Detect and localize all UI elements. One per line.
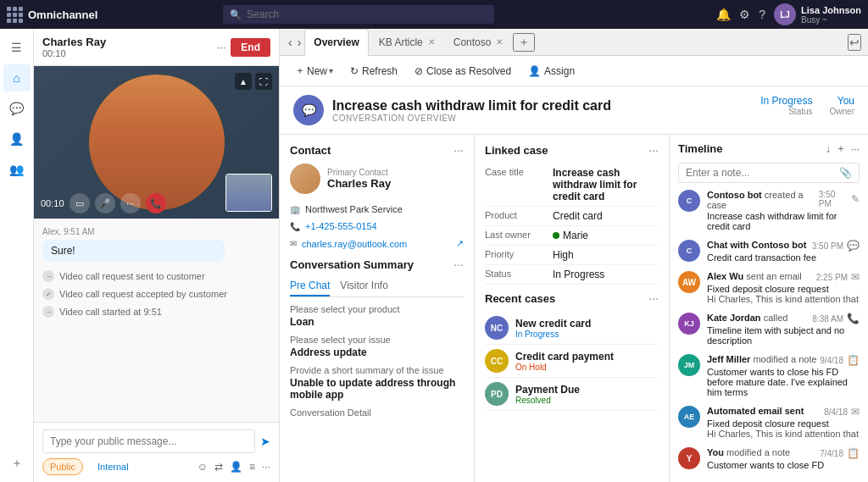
close-resolved-button[interactable]: ⊘ Close as Resolved bbox=[409, 63, 516, 80]
page-title-area: Increase cash withdraw limit for credit … bbox=[332, 98, 611, 123]
assign-button[interactable]: 👤 Assign bbox=[523, 63, 580, 80]
case-item-2[interactable]: PD Payment Due Resolved bbox=[485, 378, 659, 411]
tab-nav-back[interactable]: ‹ bbox=[287, 34, 294, 51]
contact-panel: Contact ··· Primary Contact Charles Ray … bbox=[280, 135, 475, 482]
video-nav-expand[interactable]: ⛶ bbox=[255, 73, 272, 90]
sidebar-item-person[interactable]: 👤 bbox=[3, 125, 31, 152]
case-avatar-2: PD bbox=[485, 382, 509, 406]
attach-icon[interactable]: 📎 bbox=[839, 167, 852, 179]
settings-icon[interactable]: ⚙ bbox=[739, 8, 750, 21]
chat-tab-public[interactable]: Public bbox=[42, 458, 83, 475]
video-nav-up[interactable]: ▲ bbox=[235, 73, 252, 90]
chat-input-row: ➤ bbox=[42, 429, 270, 453]
chat-tab-internal[interactable]: Internal bbox=[90, 458, 136, 475]
video-screen-btn[interactable]: ▭ bbox=[70, 193, 90, 213]
timeline-time-6: 7/4/18 bbox=[820, 449, 843, 458]
chat-agent-icon[interactable]: 👤 bbox=[230, 461, 242, 473]
tab-kb-article[interactable]: KB Article ✕ bbox=[370, 29, 443, 56]
tabs-bar: ‹ › Overview KB Article ✕ Contoso ✕ ＋ ↩ bbox=[280, 29, 868, 56]
person-video bbox=[89, 75, 225, 210]
help-icon[interactable]: ? bbox=[759, 8, 765, 21]
bell-icon[interactable]: 🔔 bbox=[716, 8, 731, 21]
conv-tab-visitorinfo[interactable]: Visitor Info bbox=[340, 276, 387, 296]
timeline-action-icon-5: ✉ bbox=[851, 406, 860, 418]
end-button[interactable]: End bbox=[231, 38, 270, 57]
page-status: In Progress Status bbox=[760, 95, 812, 116]
linked-key-1: Product bbox=[485, 210, 553, 222]
chat-kb-icon[interactable]: ⇄ bbox=[214, 461, 223, 473]
timeline-action-icon-0[interactable]: ✎ bbox=[851, 193, 860, 205]
chat-input-area: ➤ Public Internal ☺ ⇄ 👤 ≡ ··· bbox=[34, 422, 279, 482]
tab-contoso[interactable]: Contoso ✕ bbox=[445, 29, 512, 56]
tab-return-button[interactable]: ↩ bbox=[848, 34, 861, 51]
email-action-icon[interactable]: ↗ bbox=[456, 238, 464, 249]
timeline-desc-2: Fixed deposit closure request bbox=[707, 284, 860, 294]
conv-summary-more[interactable]: ··· bbox=[453, 258, 464, 271]
sidebar-item-add[interactable]: ＋ bbox=[3, 450, 31, 477]
video-phone-btn[interactable]: 📞 bbox=[146, 193, 166, 213]
chat-more-icon[interactable]: ··· bbox=[262, 461, 270, 473]
timeline-note-input[interactable]: 📎 bbox=[678, 163, 860, 183]
sidebar-item-group[interactable]: 👥 bbox=[3, 156, 31, 183]
timeline-add-icon[interactable]: ＋ bbox=[836, 141, 846, 156]
timeline-more-icon[interactable]: ··· bbox=[851, 143, 860, 155]
conv-tab-prechat[interactable]: Pre Chat bbox=[290, 276, 330, 296]
recent-cases-more[interactable]: ··· bbox=[648, 291, 659, 305]
refresh-icon: ↻ bbox=[350, 65, 359, 77]
conv-summary-header: Conversation Summary ··· bbox=[290, 258, 464, 271]
tab-add-button[interactable]: ＋ bbox=[513, 33, 535, 52]
owner-value: You bbox=[837, 95, 854, 107]
sidebar-item-hamburger[interactable]: ☰ bbox=[3, 34, 31, 61]
timeline-panel: Timeline ↓ ＋ ··· 📎 C Conto bbox=[670, 135, 868, 482]
linked-more-button[interactable]: ··· bbox=[648, 143, 659, 157]
left-sidebar: ☰ ⌂ 💬 👤 👥 ＋ bbox=[0, 29, 34, 482]
contact-phone: 📞 +1-425-555-0154 bbox=[290, 221, 464, 231]
timeline-subdesc-5: Hi Charles, This is kind attention that bbox=[707, 429, 860, 439]
search-input[interactable] bbox=[247, 8, 487, 20]
page-header-right: In Progress Status You Owner bbox=[760, 95, 854, 116]
video-more-btn[interactable]: ··· bbox=[120, 193, 141, 213]
note-input[interactable] bbox=[686, 167, 834, 179]
chat-quick-icon[interactable]: ≡ bbox=[249, 461, 255, 473]
linked-val-4: In Progress bbox=[553, 269, 659, 280]
new-button[interactable]: ＋ New ▾ bbox=[290, 61, 338, 80]
chat-message-input[interactable] bbox=[42, 429, 255, 453]
assign-label: Assign bbox=[544, 65, 575, 77]
chat-user-info: Charles Ray 00:10 bbox=[42, 36, 210, 58]
timeline-sort-icon[interactable]: ↓ bbox=[826, 143, 831, 155]
send-button[interactable]: ➤ bbox=[260, 435, 270, 448]
tab-contoso-close[interactable]: ✕ bbox=[496, 37, 503, 47]
email-link[interactable]: charles.ray@outlook.com bbox=[302, 239, 407, 249]
conversation-summary: Conversation Summary ··· Pre Chat Visito… bbox=[290, 258, 464, 418]
sidebar-item-home[interactable]: ⌂ bbox=[3, 64, 31, 91]
search-icon: 🔍 bbox=[230, 9, 242, 20]
timeline-body-3: Kate Jordan called 8:38 AM 📞 Timeline it… bbox=[707, 313, 860, 346]
sidebar-item-chat[interactable]: 💬 bbox=[3, 95, 31, 122]
refresh-button[interactable]: ↻ Refresh bbox=[345, 63, 403, 80]
case-item-0[interactable]: NC New credit card In Progress bbox=[485, 312, 659, 345]
contact-more-button[interactable]: ··· bbox=[453, 143, 464, 157]
chat-messages[interactable]: Alex, 9:51 AM Sure! → Video call request… bbox=[34, 219, 279, 422]
timeline-action-icon-1: 💬 bbox=[847, 240, 860, 252]
linked-val-0: Increase cash withdraw limit for credit … bbox=[553, 167, 659, 202]
timeline-body-4: Jeff Miller modified a note 9/4/18 📋 Cus… bbox=[707, 354, 860, 397]
search-bar[interactable]: 🔍 bbox=[223, 5, 494, 24]
chat-emoji-icon[interactable]: ☺ bbox=[198, 461, 208, 473]
close-resolved-label: Close as Resolved bbox=[426, 65, 511, 77]
video-mic-btn[interactable]: 🎤 bbox=[95, 193, 115, 213]
page-owner: You Owner bbox=[830, 95, 854, 116]
conv-summary-title: Conversation Summary bbox=[290, 258, 414, 271]
case-status-0: In Progress bbox=[515, 330, 659, 339]
chat-more-menu[interactable]: ··· bbox=[217, 42, 225, 53]
timeline-avatar-4: JM bbox=[678, 354, 700, 376]
system-text-3: Video call started at 9:51 bbox=[59, 307, 162, 317]
user-profile[interactable]: LJ Lisa Johnson Busy ~ bbox=[774, 3, 861, 25]
tab-kb-label: KB Article bbox=[379, 36, 423, 48]
tab-nav-forward[interactable]: › bbox=[296, 34, 303, 51]
tab-kb-close[interactable]: ✕ bbox=[428, 37, 435, 47]
case-item-1[interactable]: CC Credit card payment On Hold bbox=[485, 345, 659, 378]
phone-link[interactable]: +1-425-555-0154 bbox=[305, 221, 377, 231]
contact-info: Primary Contact Charles Ray bbox=[327, 168, 391, 190]
timeline-header: Timeline ↓ ＋ ··· bbox=[678, 141, 860, 156]
tab-overview[interactable]: Overview bbox=[304, 29, 368, 56]
